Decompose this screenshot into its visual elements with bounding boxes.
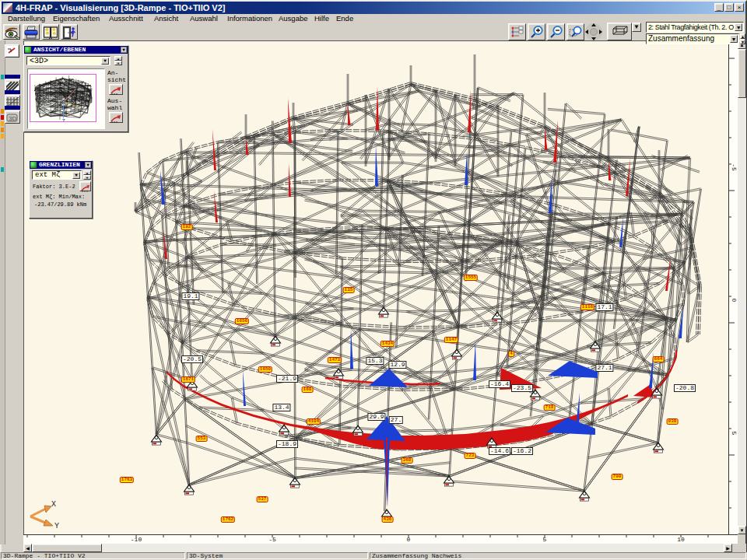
svg-text:Z: Z — [61, 118, 65, 122]
svg-text:Y: Y — [54, 522, 59, 530]
svg-text:X: X — [51, 500, 56, 509]
